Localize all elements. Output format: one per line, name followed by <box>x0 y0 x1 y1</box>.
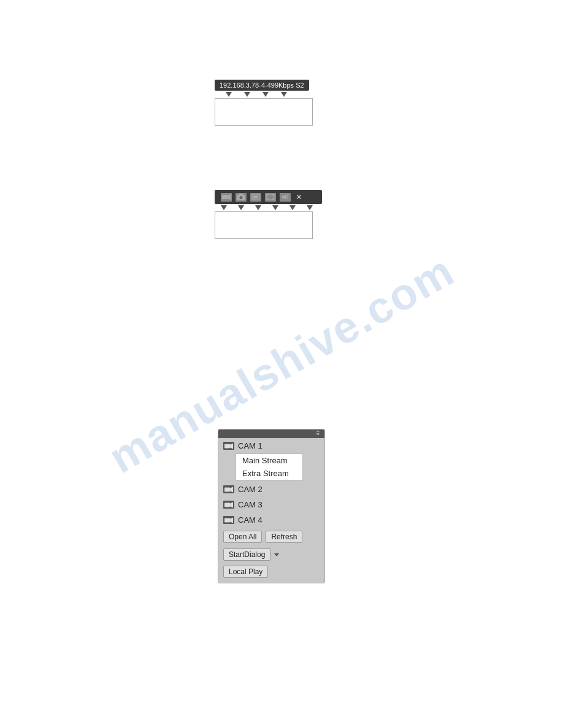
arrow-t4 <box>272 205 278 210</box>
cam3-item[interactable]: CAM 3 <box>218 497 324 512</box>
start-dialog-row: StartDialog <box>218 546 324 563</box>
arrow-t1 <box>221 205 227 210</box>
info-bar: 192.168.3.78-4-499Kbps S2 <box>215 80 309 91</box>
arrow-row-1 <box>215 92 313 97</box>
snapshot-icon <box>236 193 247 202</box>
svg-rect-4 <box>239 194 243 195</box>
cam4-label: CAM 4 <box>238 515 262 525</box>
settings-icon <box>250 193 261 202</box>
arrow-t5 <box>289 205 296 210</box>
svg-rect-6 <box>253 195 258 199</box>
svg-rect-15 <box>224 518 230 522</box>
section2-diagram: ✕ <box>215 190 322 239</box>
start-dialog-button[interactable]: StartDialog <box>223 548 270 561</box>
arrow-t2 <box>238 205 244 210</box>
arrow-row-2 <box>215 205 322 210</box>
toolbar-legend-box <box>215 211 313 239</box>
close-icon: ✕ <box>296 192 302 202</box>
svg-rect-9 <box>224 444 230 448</box>
svg-marker-14 <box>230 502 233 507</box>
extra-stream-option[interactable]: Extra Stream <box>236 467 302 480</box>
arrow-1 <box>226 92 232 97</box>
svg-rect-13 <box>224 502 230 507</box>
cam3-icon <box>223 501 234 509</box>
svg-marker-10 <box>230 443 233 449</box>
cam-panel: ⠿ CAM 1 Main Stream Extra Stream <box>218 429 325 583</box>
arrow-4 <box>281 92 287 97</box>
cam1-icon <box>223 442 234 450</box>
toolbar-bar: ✕ <box>215 190 322 204</box>
cam1-submenu: Main Stream Extra Stream <box>236 453 303 480</box>
cam1-label: CAM 1 <box>238 441 262 450</box>
volume-icon <box>280 193 291 202</box>
header-grip-icon: ⠿ <box>316 431 321 437</box>
refresh-button[interactable]: Refresh <box>266 531 302 543</box>
info-bar-legend-box <box>215 98 313 126</box>
fullscreen-icon <box>265 193 276 202</box>
start-dialog-dropdown-icon[interactable] <box>274 553 279 556</box>
cam2-icon <box>223 485 234 493</box>
cam2-label: CAM 2 <box>238 485 262 494</box>
record-icon <box>221 193 232 202</box>
arrow-2 <box>244 92 250 97</box>
cam4-icon <box>223 516 234 524</box>
section1-diagram: 192.168.3.78-4-499Kbps S2 <box>215 80 313 126</box>
cam3-label: CAM 3 <box>238 500 262 509</box>
arrow-t3 <box>255 205 261 210</box>
arrow-3 <box>262 92 269 97</box>
svg-marker-1 <box>228 194 231 200</box>
cam4-item[interactable]: CAM 4 <box>218 512 324 528</box>
svg-marker-16 <box>230 517 233 523</box>
svg-rect-0 <box>222 195 228 199</box>
main-stream-option[interactable]: Main Stream <box>236 454 302 467</box>
cam-panel-section: ⠿ CAM 1 Main Stream Extra Stream <box>218 429 325 583</box>
cam-buttons-row: Open All Refresh <box>218 528 324 546</box>
cam-panel-header: ⠿ <box>218 430 324 438</box>
svg-rect-11 <box>224 487 230 491</box>
local-play-button[interactable]: Local Play <box>223 566 268 578</box>
local-play-row: Local Play <box>218 563 324 583</box>
arrow-t6 <box>307 205 313 210</box>
cam1-item[interactable]: CAM 1 <box>218 438 324 453</box>
cam2-item[interactable]: CAM 2 <box>218 482 324 497</box>
svg-marker-8 <box>282 194 286 200</box>
svg-marker-12 <box>230 487 233 492</box>
svg-point-3 <box>240 196 243 199</box>
open-all-button[interactable]: Open All <box>223 531 262 543</box>
